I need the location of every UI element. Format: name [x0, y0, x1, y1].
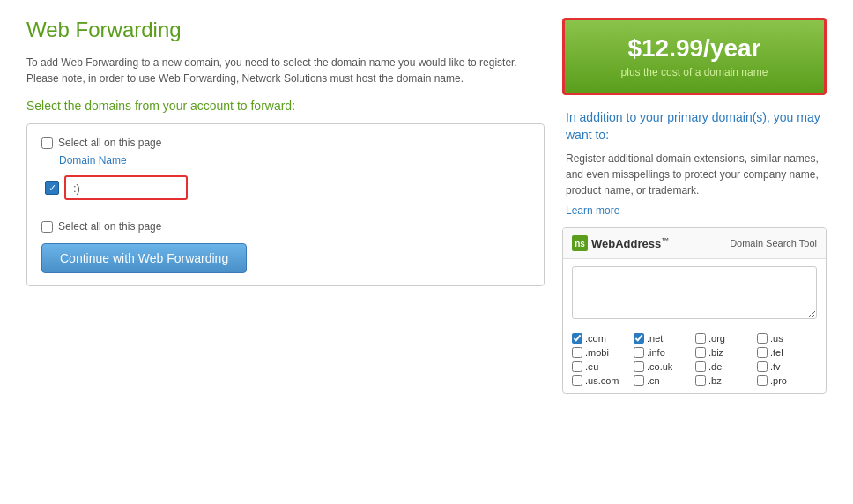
domain-row: ✓ [45, 175, 530, 200]
select-domains-label: Select the domains from your account to … [26, 99, 545, 113]
tld-checkbox[interactable] [695, 347, 706, 358]
addition-text: Register additional domain extensions, s… [566, 151, 823, 198]
tld-item: .us [757, 333, 817, 344]
price-amount: $12.99/year [575, 34, 813, 63]
tld-checkbox[interactable] [695, 333, 706, 344]
tld-item: .org [695, 333, 755, 344]
tld-grid: .com.net.org.us.mobi.info.biz.tel.eu.co.… [563, 326, 826, 393]
tld-label: .cn [647, 375, 660, 386]
tld-label: .mobi [585, 347, 609, 358]
tld-label: .us.com [585, 375, 619, 386]
select-all-bottom-label: Select all on this page [58, 220, 161, 233]
tld-checkbox[interactable] [757, 375, 768, 386]
continue-web-forwarding-button[interactable]: Continue with Web Forwarding [41, 243, 247, 273]
tld-label: .tel [770, 347, 783, 358]
ns-icon: ns [572, 235, 588, 251]
addition-section: In addition to your primary domain(s), y… [562, 109, 827, 217]
select-all-bottom-checkbox[interactable] [41, 221, 53, 233]
select-all-top-checkbox[interactable] [41, 137, 53, 149]
domain-selection-box: Select all on this page Domain Name ✓ Se… [26, 123, 545, 286]
tld-label: .tv [770, 361, 781, 372]
tld-checkbox[interactable] [634, 347, 644, 358]
tld-checkbox[interactable] [757, 361, 768, 372]
tld-item: .net [634, 333, 694, 344]
tld-label: .us [770, 333, 783, 344]
tld-label: .net [647, 333, 663, 344]
tld-item: .us.com [572, 375, 632, 386]
tld-checkbox[interactable] [634, 333, 644, 344]
price-subtitle: plus the cost of a domain name [575, 66, 813, 78]
learn-more-link[interactable]: Learn more [566, 204, 619, 217]
tld-label: .pro [770, 375, 787, 386]
domain-name-column-link[interactable]: Domain Name [59, 154, 530, 167]
tld-label: .info [647, 347, 665, 358]
tld-label: .com [585, 333, 606, 344]
webaddress-logo: ns WebAddress™ [572, 235, 669, 251]
domain-input[interactable] [64, 175, 188, 200]
tld-label: .biz [708, 347, 723, 358]
page-title: Web Forwarding [26, 18, 545, 42]
webaddress-box: ns WebAddress™ Domain Search Tool .com.n… [562, 227, 827, 394]
price-box: $12.99/year plus the cost of a domain na… [562, 18, 827, 95]
addition-title: In addition to your primary domain(s), y… [566, 109, 823, 144]
tld-checkbox[interactable] [572, 375, 582, 386]
tld-item: .de [695, 361, 755, 372]
tld-checkbox[interactable] [695, 375, 706, 386]
tld-label: .de [708, 361, 722, 372]
tld-checkbox[interactable] [572, 361, 582, 372]
select-all-top-label: Select all on this page [58, 137, 161, 149]
domain-search-label: Domain Search Tool [730, 238, 817, 248]
tld-item: .tv [757, 361, 817, 372]
tld-item: .bz [695, 375, 755, 386]
tld-item: .cn [634, 375, 694, 386]
tld-label: .eu [585, 361, 598, 372]
tld-item: .biz [695, 347, 755, 358]
tld-checkbox[interactable] [757, 347, 768, 358]
tld-item: .info [634, 347, 694, 358]
tld-item: .tel [757, 347, 817, 358]
tld-item: .co.uk [634, 361, 694, 372]
tld-item: .mobi [572, 347, 632, 358]
tld-checkbox[interactable] [572, 347, 582, 358]
tld-label: .bz [708, 375, 722, 386]
tld-label: .org [708, 333, 725, 344]
tld-checkbox[interactable] [634, 375, 644, 386]
tld-checkbox[interactable] [572, 333, 582, 344]
tld-item: .eu [572, 361, 632, 372]
tld-item: .pro [757, 375, 817, 386]
divider [41, 211, 530, 211]
intro-text: To add Web Forwarding to a new domain, y… [26, 55, 538, 86]
tld-checkbox[interactable] [757, 333, 768, 344]
tld-checkbox[interactable] [634, 361, 644, 372]
domain-checkbox-checked[interactable]: ✓ [45, 181, 59, 195]
tld-label: .co.uk [647, 361, 672, 372]
domain-search-input[interactable] [572, 266, 817, 319]
webaddress-header: ns WebAddress™ Domain Search Tool [563, 228, 826, 259]
webaddress-brand: WebAddress™ [591, 236, 669, 250]
tld-checkbox[interactable] [695, 361, 706, 372]
tld-item: .com [572, 333, 632, 344]
